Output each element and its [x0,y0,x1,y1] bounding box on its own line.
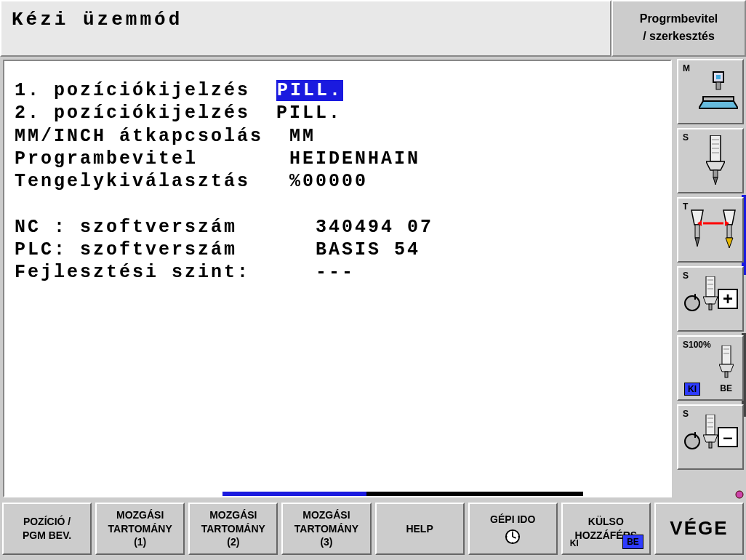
spindle-icon [703,276,718,316]
softkey-traverse-1[interactable]: MOZGÁSI TARTOMÁNY (1) [95,503,185,555]
be-label: BE [720,383,732,393]
sidebar: M S T [675,57,746,500]
nc-label: NC : szoftverszám [15,217,237,238]
ki-badge: KI [684,383,700,396]
svg-point-34 [506,536,508,537]
pos2-value[interactable]: PILL. [276,103,342,124]
sk7-ki: KI [570,537,579,549]
sk6: GÉPI IDO [490,513,535,527]
svg-rect-2 [716,82,721,89]
s-minus-label: S [683,409,689,419]
proginput-value[interactable]: HEIDENHAIN [289,148,420,169]
svg-rect-17 [709,304,712,310]
m-label: M [683,63,690,73]
svg-point-27 [736,491,743,498]
pos1-label: 1. pozíciókijelzés [15,80,250,101]
sidebar-s100-button[interactable]: S100% KI BE [677,335,744,401]
softkey-help[interactable]: HELP [375,503,465,555]
softkey-row: POZÍCIÓ / PGM BEV. MOZGÁSI TARTOMÁNY (1)… [0,500,746,557]
dev-label: Fejlesztési szint: [15,262,250,283]
proginput-label: Programbevitel [15,148,198,169]
sk2-l3: (1) [134,535,146,549]
sk2-l1: MOZGÁSI [116,508,164,522]
softkey-external-access[interactable]: KÜLSO HOZZÁFÉRS KI BE [561,503,651,555]
svg-rect-10 [695,225,699,238]
override-knob-icon [684,295,700,311]
sk3-l2: TARTOMÁNY [201,522,265,536]
s100-label: S100% [683,340,711,350]
sk4-l2: TARTOMÁNY [294,522,358,536]
svg-point-31 [512,530,513,532]
program-mode-box[interactable]: Progrmbevitel / szerkesztés [611,0,746,57]
sidebar-s-button[interactable]: S [677,128,744,193]
sk1-l1: POZÍCIÓ / [23,515,71,529]
override-knob-icon [684,433,700,449]
s-label: S [683,132,689,143]
tool-change-icon [684,207,742,255]
sk7-l1: KÜLSO [588,515,624,529]
softkey-traverse-3[interactable]: MOZGÁSI TARTOMÁNY (3) [281,503,371,555]
plus-icon: + [718,289,738,309]
pos2-label: 2. pozíciókijelzés [15,103,250,124]
dev-value: --- [316,262,355,283]
content-panel: 1. pozíciókijelzés PILL. 2. pozíciókijel… [3,60,672,497]
softkey-traverse-2[interactable]: MOZGÁSI TARTOMÁNY (2) [188,503,278,555]
s-plus-label: S [683,271,689,281]
mode-line2: / szerkesztés [616,28,742,45]
sk3-l1: MOZGÁSI [209,508,257,522]
svg-rect-21 [725,372,728,377]
softkey-page-indicator [222,492,583,496]
corner-icon [735,490,744,499]
svg-rect-3 [703,97,734,101]
sk4-l3: (3) [320,535,332,549]
axis-value[interactable]: %00000 [289,171,368,192]
sidebar-t-button[interactable]: T [677,197,744,263]
spindle-icon [706,135,725,186]
svg-point-32 [518,536,520,537]
sidebar-s-minus-button[interactable]: S – [677,404,744,470]
sk7-be: BE [622,535,643,549]
spindle-icon [703,415,718,454]
sk5: HELP [406,522,433,536]
axis-label: Tengelykiválasztás [15,171,250,192]
clock-icon [505,529,521,545]
sk2-l2: TARTOMÁNY [108,522,172,536]
mode-line1: Progrmbevitel [616,10,742,28]
sk4-l1: MOZGÁSI [302,508,350,522]
plc-label: PLC: szoftverszám [15,239,237,260]
sk8: VÉGE [670,516,728,541]
minus-icon: – [718,427,738,447]
svg-rect-1 [716,75,721,79]
svg-rect-13 [706,276,715,297]
pos1-value[interactable]: PILL. [276,80,343,101]
softkey-machine-time[interactable]: GÉPI IDO [468,503,558,555]
title-bar: Kézi üzemmód [0,0,611,57]
svg-rect-18 [722,345,731,364]
machine-icon [699,71,738,111]
sk3-l3: (2) [227,535,239,549]
svg-rect-22 [706,415,715,435]
nc-value: 340494 07 [316,217,433,238]
svg-rect-26 [709,442,712,448]
spindle-icon [719,345,734,383]
svg-point-33 [512,542,513,543]
sidebar-m-button[interactable]: M [677,59,744,124]
unit-value[interactable]: MM [289,126,316,147]
softkey-position-pgm[interactable]: POZÍCIÓ / PGM BEV. [2,503,92,555]
svg-rect-9 [713,170,718,177]
plc-value: BASIS 54 [316,239,420,260]
softkey-end[interactable]: VÉGE [654,503,744,555]
mode-title: Kézi üzemmód [12,9,183,31]
sk1-l2: PGM BEV. [23,529,71,543]
sidebar-s-plus-button[interactable]: S + [677,266,744,332]
svg-rect-11 [727,225,731,238]
unit-label: MM/INCH átkapcsolás [15,126,263,147]
